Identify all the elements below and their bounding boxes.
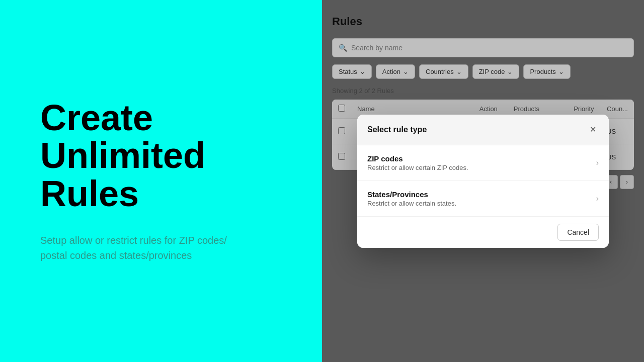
states-provinces-desc: Restrict or allow certain states. — [367, 200, 456, 207]
modal-overlay: Select rule type ✕ ZIP codes Restrict or… — [322, 0, 644, 362]
zip-codes-desc: Restrict or allow certain ZIP codes. — [367, 164, 468, 171]
modal-footer: Cancel — [357, 216, 609, 248]
left-panel: Create Unlimited Rules Setup allow or re… — [0, 0, 322, 362]
zip-codes-option[interactable]: ZIP codes Restrict or allow certain ZIP … — [357, 145, 609, 181]
modal-title: Select rule type — [367, 125, 427, 134]
headline: Create Unlimited Rules — [40, 99, 282, 213]
states-provinces-text: States/Provinces Restrict or allow certa… — [367, 190, 456, 207]
right-panel: Rules 🔍 Search by name Status ⌄ Action ⌄… — [322, 0, 644, 362]
modal-header: Select rule type ✕ — [357, 115, 609, 145]
modal-close-button[interactable]: ✕ — [587, 124, 599, 136]
chevron-right-icon: › — [596, 158, 599, 167]
chevron-right-icon: › — [596, 194, 599, 203]
zip-codes-title: ZIP codes — [367, 154, 468, 163]
modal-body: ZIP codes Restrict or allow certain ZIP … — [357, 145, 609, 216]
subtext: Setup allow or restrict rules for ZIP co… — [40, 233, 231, 263]
states-provinces-title: States/Provinces — [367, 190, 456, 199]
cancel-button[interactable]: Cancel — [557, 224, 599, 241]
zip-codes-text: ZIP codes Restrict or allow certain ZIP … — [367, 154, 468, 171]
states-provinces-option[interactable]: States/Provinces Restrict or allow certa… — [357, 181, 609, 216]
select-rule-type-modal: Select rule type ✕ ZIP codes Restrict or… — [357, 115, 609, 248]
